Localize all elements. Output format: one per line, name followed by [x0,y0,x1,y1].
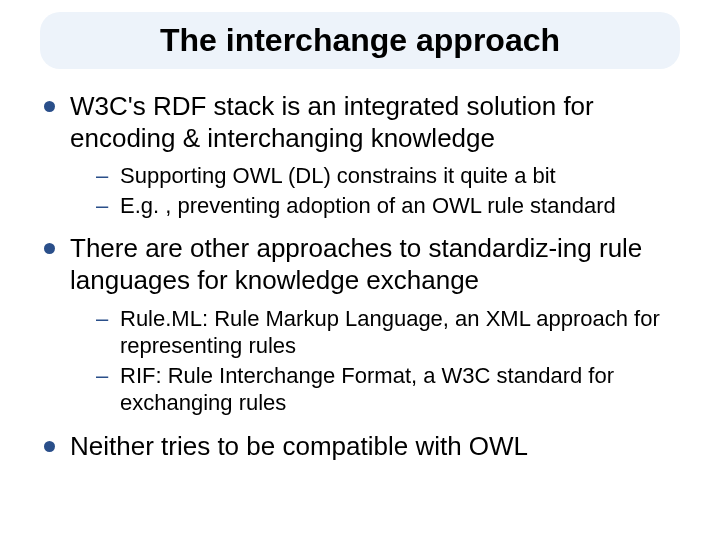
sub-item: Supporting OWL (DL) constrains it quite … [96,162,690,190]
title-box: The interchange approach [40,12,680,69]
sub-item: E.g. , preventing adoption of an OWL rul… [96,192,690,220]
bullet-text: W3C's RDF stack is an integrated solutio… [70,91,594,153]
slide: The interchange approach W3C's RDF stack… [0,0,720,540]
bullet-text: There are other approaches to standardiz… [70,233,642,295]
sub-list: Rule.ML: Rule Markup Language, an XML ap… [70,305,690,417]
bullet-text: Neither tries to be compatible with OWL [70,431,528,461]
sub-list: Supporting OWL (DL) constrains it quite … [70,162,690,219]
bullet-item: Neither tries to be compatible with OWL [40,431,690,463]
bullet-list: W3C's RDF stack is an integrated solutio… [30,91,690,463]
slide-title: The interchange approach [60,22,660,59]
sub-item: RIF: Rule Interchange Format, a W3C stan… [96,362,690,417]
bullet-item: There are other approaches to standardiz… [40,233,690,416]
bullet-item: W3C's RDF stack is an integrated solutio… [40,91,690,219]
sub-item: Rule.ML: Rule Markup Language, an XML ap… [96,305,690,360]
